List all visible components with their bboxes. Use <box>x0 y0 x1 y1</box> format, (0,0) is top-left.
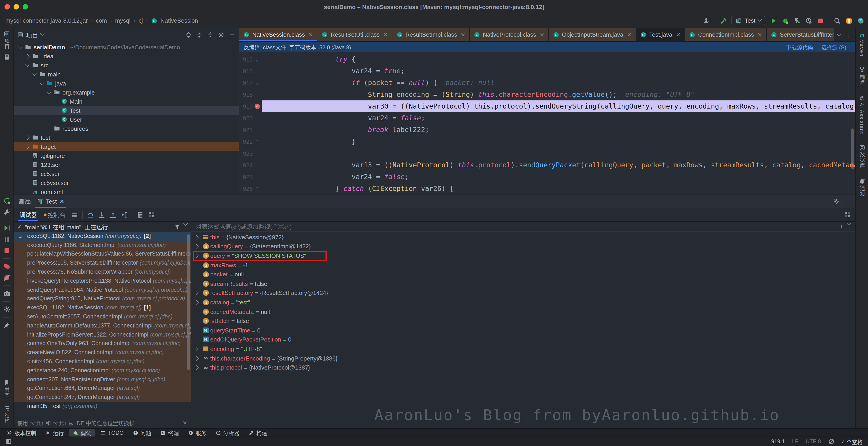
editor-scrollbar[interactable] <box>851 128 854 169</box>
tree-item-java[interactable]: java <box>13 79 239 88</box>
stack-frame-row[interactable]: main:35, Test (org.example) <box>13 402 191 411</box>
variable-row-resultSetFactory[interactable]: presultSetFactory={ResultSetFactory@1424… <box>191 288 855 298</box>
resume-button[interactable] <box>3 225 10 232</box>
sidebar-item-commit[interactable] <box>3 54 10 60</box>
stack-frame-row[interactable]: getConnection:664, DriverManager (java.s… <box>13 384 191 393</box>
code-line-920[interactable]: 920 var24 = false; <box>239 112 855 124</box>
chevron-down-icon[interactable] <box>40 31 44 36</box>
editor-tab-nativeprotocol-class[interactable]: CNativeProtocol.class✕ <box>470 28 549 41</box>
breakpoint-slot[interactable]: ✓ <box>254 103 260 109</box>
chevron-down-icon[interactable] <box>32 71 37 76</box>
project-panel-title[interactable]: 项目 <box>26 31 38 39</box>
debug-view-tab-debugger[interactable]: 调试器 <box>18 208 38 221</box>
gutter[interactable]: 917⌄ <box>239 77 262 89</box>
tree-item-test[interactable]: CTest <box>13 106 239 115</box>
debug-icon[interactable] <box>782 17 789 24</box>
close-hint-icon[interactable]: ✕ <box>183 420 187 426</box>
toolwindow-button--[interactable]: 分析器 <box>211 429 243 437</box>
tab-options-kebab-icon[interactable]: ⋮ <box>845 31 852 38</box>
stop-button[interactable] <box>3 247 10 254</box>
chevron-right-icon[interactable] <box>194 365 198 370</box>
close-icon[interactable]: ✕ <box>461 31 465 38</box>
close-icon[interactable]: ✕ <box>540 31 544 38</box>
run-icon[interactable] <box>770 17 777 24</box>
stack-frame-row[interactable]: <init>:456, ConnectionImpl (com.mysql.cj… <box>13 357 191 366</box>
gutter[interactable]: 923 <box>239 147 262 159</box>
chevron-down-icon[interactable] <box>39 80 44 85</box>
gutter[interactable]: 916 <box>239 65 262 77</box>
stack-frame-row[interactable]: getInstance:240, ConnectionImpl (com.mys… <box>13 366 191 375</box>
variable-row-callingQuery[interactable]: pcallingQuery={StatementImpl@1422} <box>191 242 855 251</box>
variable-row-streamResults[interactable]: pstreamResults=false <box>191 279 855 288</box>
step-over-button[interactable] <box>87 211 94 218</box>
coverage-run-icon[interactable] <box>794 17 801 24</box>
variable-row-query[interactable]: pquery="SHOW SESSION STATUS" <box>191 251 855 260</box>
editor-tab-objectinputstream-java[interactable]: CObjectInputStream.java✕ <box>549 28 636 41</box>
chevron-right-icon[interactable] <box>25 144 29 149</box>
tree-item-org-example[interactable]: org.example <box>13 88 239 97</box>
filter-funnel-icon[interactable] <box>174 224 180 230</box>
chevron-right-icon[interactable] <box>194 235 198 239</box>
gutter[interactable]: 922⌃ <box>239 136 262 147</box>
stack-frame-row[interactable]: getConnection:247, DriverManager (java.s… <box>13 393 191 402</box>
sidebar-item--[interactable]: 通知 <box>858 178 866 197</box>
tree-item-src[interactable]: src <box>13 61 239 70</box>
fold-marker-icon[interactable]: ⌃ <box>254 186 260 191</box>
code-line-916[interactable]: 916 var24 = true; <box>239 65 855 77</box>
sidebar-item-maven[interactable]: mMaven <box>859 32 865 57</box>
profiler-icon[interactable] <box>805 17 812 24</box>
editor-tab-resultsetutil-class[interactable]: CResultSetUtil.class✕ <box>318 28 393 41</box>
chevron-down-icon[interactable] <box>18 44 22 49</box>
close-icon[interactable]: ✕ <box>383 31 388 38</box>
hide-panel-icon[interactable] <box>229 32 235 38</box>
stack-frame-row[interactable]: sendQueryString:915, NativeProtocol (com… <box>13 294 191 303</box>
line-separator-indicator[interactable]: LF <box>792 438 798 445</box>
layout-settings-icon[interactable] <box>148 211 155 218</box>
view-breakpoints-button[interactable] <box>3 263 10 270</box>
run-to-cursor-button[interactable] <box>121 211 128 218</box>
tree-item-pom-xml[interactable]: mpom.xml <box>13 187 239 194</box>
tool-window-toggle-icon[interactable] <box>5 438 12 445</box>
chevron-down-icon[interactable] <box>183 221 188 226</box>
sidebar-item-structure[interactable]: 结构 <box>3 405 10 424</box>
breadcrumb-item[interactable]: com <box>96 17 107 24</box>
choose-sources-link[interactable]: 选择源 (S)... <box>821 43 851 51</box>
stack-frame-row[interactable]: connectOneTryOnly:963, ConnectionImpl (c… <box>13 339 191 348</box>
tree-item-main[interactable]: main <box>13 70 239 79</box>
chevron-down-icon[interactable] <box>46 89 51 94</box>
sidebar-item--[interactable]: 端点 <box>858 66 866 85</box>
close-icon[interactable]: ✕ <box>309 31 313 38</box>
gear-icon[interactable] <box>3 306 10 313</box>
chevron-down-icon[interactable] <box>25 62 29 67</box>
tree-item-resources[interactable]: resources <box>13 124 239 133</box>
code-line-925[interactable]: 925 var24 = false; <box>239 171 855 183</box>
tree-item-123-ser[interactable]: 123.ser <box>13 160 239 169</box>
chevron-right-icon[interactable] <box>194 356 198 360</box>
stack-frame-row[interactable]: preProcess:76, NoSubInterceptorWrapper (… <box>13 267 191 276</box>
tree-item-serialdemo[interactable]: serialDemo~/Documents/Code/JavaCode/seri… <box>13 42 239 52</box>
sidebar-item-ai-assistant[interactable]: @AI Assistant <box>859 95 865 134</box>
variable-row-catalog[interactable]: pcatalog="test" <box>191 298 855 307</box>
tree-item--idea[interactable]: .idea <box>13 52 239 61</box>
gutter[interactable]: 915⌄ <box>239 53 262 65</box>
modify-run-config-button[interactable] <box>3 209 10 216</box>
variable-row-this-protocol[interactable]: ∞this.protocol={NativeProtocol@1387} <box>191 363 855 372</box>
variable-row-maxRows[interactable]: pmaxRows=-1 <box>191 261 855 270</box>
breakpoint-icon[interactable]: ✓ <box>254 103 260 109</box>
code-line-924[interactable]: 924 var13 = ((NativeProtocol) this.proto… <box>239 159 855 171</box>
editor-tab-test-java[interactable]: CTest.java✕ <box>636 28 685 41</box>
toolwindow-button--[interactable]: 版本控制 <box>3 429 40 437</box>
error-stripe-mark[interactable] <box>851 164 855 167</box>
breadcrumb-item[interactable]: mysql-connector-java-8.0.12.jar <box>5 17 88 24</box>
code-line-919[interactable]: 919✓ var30 = ((NativeProtocol) this.prot… <box>239 100 855 112</box>
code-line-915[interactable]: 915⌄ try { <box>239 53 855 65</box>
stack-frame-row[interactable]: preProcess:105, ServerStatusDiffIntercep… <box>13 259 191 268</box>
toolwindow-button--[interactable]: 构建 <box>244 429 271 437</box>
tree-item-cc5yso-ser[interactable]: cc5yso.ser <box>13 178 239 187</box>
rerun-button[interactable] <box>3 197 10 204</box>
variable-row-endOfQueryPacketPosition[interactable]: 01endOfQueryPacketPosition=0 <box>191 335 855 344</box>
hide-panel-icon[interactable]: — <box>845 198 851 205</box>
sidebar-item-project[interactable]: 项目 <box>3 31 10 49</box>
editor-tab-connectionimpl-class[interactable]: CConnectionImpl.class✕ <box>685 28 767 41</box>
add-watch-icon[interactable]: + <box>839 223 843 230</box>
